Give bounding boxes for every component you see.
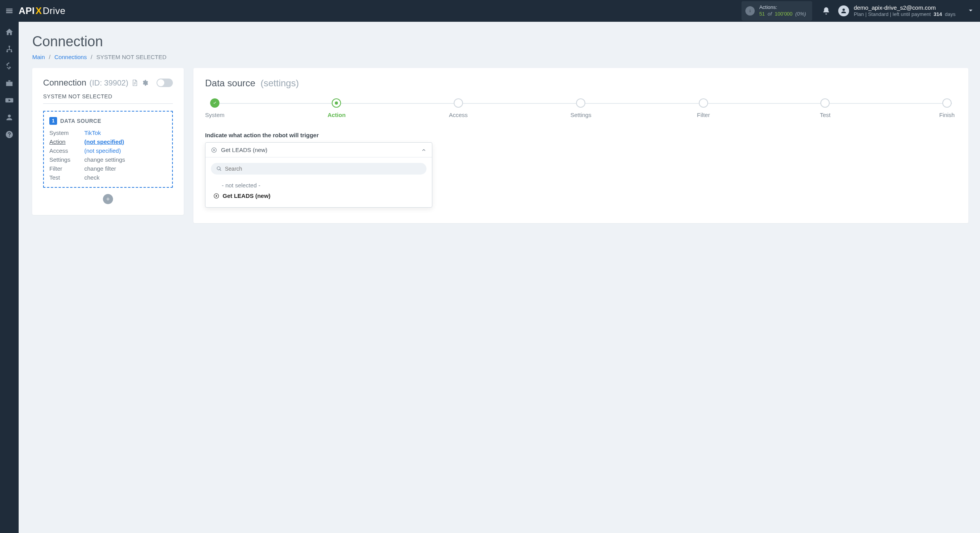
step-action[interactable]: Action [327,98,346,118]
row-settings-val[interactable]: change settings [84,156,167,163]
row-action-val[interactable]: (not specified) [84,138,167,145]
topbar: API X Drive Actions: 51 of 100'000 (0%) … [0,0,980,22]
stepper: System Action Access Settings Filter Tes… [205,98,957,118]
action-dropdown-selected[interactable]: Get LEADS (new) [205,143,432,157]
breadcrumb-main[interactable]: Main [32,54,45,60]
breadcrumb-current: SYSTEM NOT SELECTED [96,54,167,60]
hamburger-icon [5,7,14,15]
search-icon [216,166,222,171]
connection-card: Connection (ID: 39902) SYSTEM NOT SELECT… [32,68,184,215]
logo-x: X [36,5,42,16]
action-search[interactable] [211,163,426,175]
data-source-settings-card: Data source (settings) System Action Acc… [193,68,968,223]
step-finish[interactable]: Finish [937,98,957,118]
action-search-input[interactable] [225,166,421,172]
user-menu-chevron[interactable] [956,7,974,15]
info-icon [745,6,755,16]
play-circle-icon [213,193,219,199]
youtube-icon[interactable] [5,96,14,105]
page-title: Connection [32,33,968,50]
row-action-key[interactable]: Action [49,138,84,145]
logo[interactable]: API X Drive [19,5,66,16]
row-settings-key: Settings [49,156,84,163]
connection-title: Connection [43,78,86,88]
row-filter-key: Filter [49,165,84,172]
help-icon[interactable] [5,130,14,139]
actions-usage-box[interactable]: Actions: 51 of 100'000 (0%) [742,1,812,21]
step-access[interactable]: Access [449,98,468,118]
step-system[interactable]: System [205,98,225,118]
data-source-box[interactable]: 1 DATA SOURCE System TikTok Action (not … [43,111,173,188]
connection-toggle[interactable] [157,79,173,87]
row-access-val[interactable]: (not specified) [84,147,167,154]
logo-api: API [19,5,35,16]
row-test-key: Test [49,174,84,181]
home-icon[interactable] [5,28,14,36]
user-block[interactable]: demo_apix-drive_s2@com.com Plan | Standa… [854,4,956,18]
step-settings[interactable]: Settings [570,98,591,118]
user-icon[interactable] [5,113,14,122]
add-destination-button[interactable] [103,194,113,204]
avatar-icon[interactable] [838,5,849,16]
plus-icon [105,196,111,202]
action-instruction: Indicate what action the robot will trig… [205,132,957,138]
connection-subtitle: SYSTEM NOT SELECTED [43,93,173,104]
bell-icon[interactable] [822,7,830,15]
step-test[interactable]: Test [815,98,835,118]
breadcrumbs: Main / Connections / SYSTEM NOT SELECTED [32,54,968,60]
sitemap-icon[interactable] [5,45,14,53]
main-content: Connection Main / Connections / SYSTEM N… [19,22,980,533]
row-system-key: System [49,129,84,136]
row-access-key: Access [49,147,84,154]
user-plan: Plan | Standard | left until payment 314… [854,11,956,18]
step-filter[interactable]: Filter [694,98,713,118]
actions-label: Actions: [759,4,806,11]
actions-values: 51 of 100'000 (0%) [759,11,806,17]
connection-id: (ID: 39902) [89,79,128,87]
chevron-up-icon [421,147,426,153]
action-dropdown-panel: - not selected - Get LEADS (new) [205,157,432,207]
option-not-selected[interactable]: - not selected - [211,180,426,190]
file-icon[interactable] [131,79,138,86]
sidenav [0,22,19,533]
briefcase-icon[interactable] [5,79,14,87]
right-card-title: Data source (settings) [205,78,957,89]
logo-drive: Drive [43,5,66,16]
data-source-badge: 1 [49,117,57,125]
gear-icon[interactable] [141,79,148,86]
menu-toggle[interactable] [4,5,15,16]
row-test-val[interactable]: check [84,174,167,181]
user-email: demo_apix-drive_s2@com.com [854,4,956,12]
dollar-icon[interactable] [5,62,14,70]
play-circle-icon [211,147,217,153]
row-filter-val[interactable]: change filter [84,165,167,172]
check-icon [212,101,217,105]
row-system-val[interactable]: TikTok [84,129,167,136]
action-dropdown: Get LEADS (new) - not selected - Get LEA… [205,142,432,208]
breadcrumb-connections[interactable]: Connections [54,54,87,60]
option-get-leads[interactable]: Get LEADS (new) [211,190,426,201]
data-source-title: DATA SOURCE [60,118,101,124]
